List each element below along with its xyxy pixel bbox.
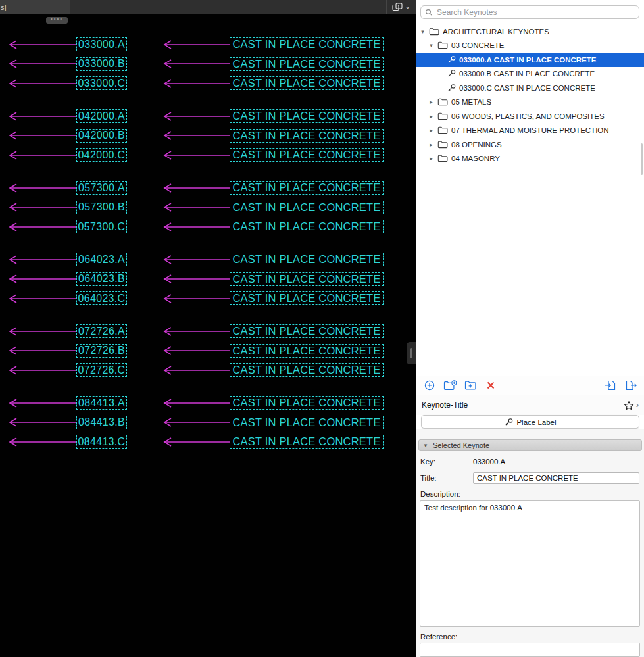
folder-icon bbox=[437, 41, 448, 49]
leader-line bbox=[8, 222, 76, 232]
new-folder-button[interactable] bbox=[443, 378, 457, 393]
leader-line bbox=[162, 130, 230, 141]
leader-line bbox=[8, 150, 76, 160]
keynote-row: 064023.CCAST IN PLACE CONCRETE bbox=[0, 291, 416, 305]
tree-keynote-033000-c-cast-in-place-concrete[interactable]: 033000.C CAST IN PLACE CONCRETE bbox=[416, 81, 644, 95]
add-keynote-button[interactable] bbox=[422, 378, 437, 393]
tree-keynote-033000-a-cast-in-place-concrete[interactable]: 033000.A CAST IN PLACE CONCRETE bbox=[416, 53, 644, 67]
keynote-key-box[interactable]: 064023.B bbox=[76, 272, 127, 286]
keynote-title-box[interactable]: CAST IN PLACE CONCRETE bbox=[230, 291, 384, 305]
keynote-tree: ▾ARCHITECTURAL KEYNOTES▾03 CONCRETE03300… bbox=[416, 23, 644, 376]
key-label: Key: bbox=[420, 458, 473, 466]
keynote-key-box[interactable]: 072726.A bbox=[76, 324, 127, 338]
keynote-key-box[interactable]: 072726.B bbox=[76, 344, 127, 358]
keynote-title-box[interactable]: CAST IN PLACE CONCRETE bbox=[230, 324, 384, 338]
keynote-title-box[interactable]: CAST IN PLACE CONCRETE bbox=[230, 76, 384, 90]
tree-folder-08-openings[interactable]: ▸08 OPENINGS bbox=[416, 137, 644, 152]
panel-splitter-handle[interactable] bbox=[407, 342, 416, 364]
keynote-title-box[interactable]: CAST IN PLACE CONCRETE bbox=[230, 109, 384, 123]
disclosure-triangle[interactable]: ▸ bbox=[428, 99, 434, 105]
toolbar-handle[interactable]: •••• bbox=[46, 17, 68, 24]
reference-textarea[interactable] bbox=[420, 643, 640, 657]
keynote-title-box[interactable]: CAST IN PLACE CONCRETE bbox=[230, 37, 384, 51]
keynote-group: 042000.ACAST IN PLACE CONCRETE042000.BCA… bbox=[0, 109, 416, 162]
keynote-title-box[interactable]: CAST IN PLACE CONCRETE bbox=[230, 363, 384, 377]
import-keynotes-button[interactable] bbox=[603, 378, 618, 393]
tree-folder-06-woods-plastics-and-composites[interactable]: ▸06 WOODS, PLASTICS, AND COMPOSITES bbox=[416, 109, 644, 124]
keynote-key-box[interactable]: 084413.C bbox=[76, 435, 127, 449]
keynote-title-box[interactable]: CAST IN PLACE CONCRETE bbox=[230, 201, 384, 214]
keynote-row: 064023.BCAST IN PLACE CONCRETE bbox=[0, 272, 416, 286]
leader-line bbox=[162, 78, 230, 89]
keynote-key-box[interactable]: 064023.A bbox=[76, 253, 127, 266]
delete-x-icon bbox=[485, 380, 496, 391]
leader-line bbox=[8, 202, 76, 212]
keynote-title-box[interactable]: CAST IN PLACE CONCRETE bbox=[230, 435, 384, 449]
star-icon[interactable] bbox=[624, 401, 634, 410]
export-keynotes-button[interactable] bbox=[624, 378, 638, 393]
keynote-title-box[interactable]: CAST IN PLACE CONCRETE bbox=[230, 272, 384, 286]
keynote-title-box[interactable]: CAST IN PLACE CONCRETE bbox=[230, 57, 384, 71]
leader-line bbox=[8, 78, 76, 89]
keynote-title-box[interactable]: CAST IN PLACE CONCRETE bbox=[230, 129, 384, 143]
layers-icon bbox=[392, 3, 403, 11]
leader-line bbox=[8, 255, 76, 265]
drawing-canvas[interactable]: 033000.ACAST IN PLACE CONCRETE033000.BCA… bbox=[0, 14, 416, 657]
keynote-key-box[interactable]: 033000.B bbox=[76, 57, 127, 71]
keynote-row: 033000.BCAST IN PLACE CONCRETE bbox=[0, 57, 416, 71]
disclosure-triangle[interactable]: ▾ bbox=[420, 28, 426, 35]
keynote-title-label: Keynote-Title bbox=[422, 401, 468, 410]
leader-line bbox=[162, 255, 230, 265]
selected-keynote-section: ▼ Selected Keynote Key: 033000.A Title: … bbox=[416, 429, 644, 657]
keynote-key-box[interactable]: 033000.C bbox=[76, 76, 127, 90]
selected-keynote-header[interactable]: ▼ Selected Keynote bbox=[418, 439, 642, 451]
keynote-key-box[interactable]: 084413.B bbox=[76, 416, 127, 429]
keynote-title-box[interactable]: CAST IN PLACE CONCRETE bbox=[230, 220, 384, 233]
keynote-key-box[interactable]: 033000.A bbox=[76, 37, 127, 51]
disclosure-triangle[interactable]: ▸ bbox=[428, 127, 434, 134]
keynote-toolbar bbox=[416, 376, 644, 395]
title-input[interactable] bbox=[473, 472, 639, 484]
canvas-topbar: s] ⌄ bbox=[0, 0, 416, 14]
leader-line bbox=[162, 111, 230, 122]
keynote-title-box[interactable]: CAST IN PLACE CONCRETE bbox=[230, 253, 384, 266]
view-options-button[interactable]: ⌄ bbox=[386, 0, 416, 14]
keynote-key-box[interactable]: 057300.A bbox=[76, 181, 127, 195]
tree-folder-05-metals[interactable]: ▸05 METALS bbox=[416, 95, 644, 110]
disclosure-triangle[interactable]: ▸ bbox=[428, 155, 434, 162]
leader-line bbox=[162, 39, 230, 50]
tree-folder-03-concrete[interactable]: ▾03 CONCRETE bbox=[416, 39, 644, 53]
new-group-button[interactable] bbox=[463, 378, 478, 393]
search-input[interactable] bbox=[435, 7, 635, 18]
tree-folder-07-thermal-and-moisture-protection[interactable]: ▸07 THERMAL AND MOISTURE PROTECTION bbox=[416, 124, 644, 138]
tree-keynote-033000-b-cast-in-place-concrete[interactable]: 033000.B CAST IN PLACE CONCRETE bbox=[416, 67, 644, 82]
keynote-key-box[interactable]: 042000.A bbox=[76, 109, 127, 123]
disclosure-triangle[interactable]: ▾ bbox=[428, 42, 434, 49]
keynote-title-box[interactable]: CAST IN PLACE CONCRETE bbox=[230, 396, 384, 410]
keynote-title-box[interactable]: CAST IN PLACE CONCRETE bbox=[230, 416, 384, 429]
keynote-title-box[interactable]: CAST IN PLACE CONCRETE bbox=[230, 148, 384, 162]
delete-keynote-button[interactable] bbox=[483, 378, 498, 393]
disclosure-triangle[interactable]: ▸ bbox=[428, 113, 434, 120]
splitter-grip bbox=[410, 348, 412, 358]
keynote-title-box[interactable]: CAST IN PLACE CONCRETE bbox=[230, 344, 384, 358]
keynote-key-box[interactable]: 064023.C bbox=[76, 291, 127, 305]
view-tab[interactable]: s] bbox=[0, 0, 70, 14]
keynote-key-box[interactable]: 084413.A bbox=[76, 396, 127, 410]
place-label-button[interactable]: Place Label bbox=[421, 415, 639, 429]
chevron-right-icon[interactable]: › bbox=[636, 401, 639, 409]
tree-scrollbar-thumb[interactable] bbox=[641, 143, 643, 175]
keynote-key-box[interactable]: 057300.C bbox=[76, 220, 127, 233]
leader-line bbox=[162, 274, 230, 284]
keynote-title-box[interactable]: CAST IN PLACE CONCRETE bbox=[230, 181, 384, 195]
keynote-key-box[interactable]: 042000.B bbox=[76, 129, 127, 143]
tree-item-label: 03 CONCRETE bbox=[451, 41, 505, 49]
keynote-key-box[interactable]: 057300.B bbox=[76, 201, 127, 214]
leader-line bbox=[8, 111, 76, 122]
keynote-key-box[interactable]: 042000.C bbox=[76, 148, 127, 162]
tree-folder-04-masonry[interactable]: ▸04 MASONRY bbox=[416, 152, 644, 166]
keynote-key-box[interactable]: 072726.C bbox=[76, 363, 127, 377]
description-textarea[interactable]: Test description for 033000.A bbox=[420, 500, 640, 627]
disclosure-triangle[interactable]: ▸ bbox=[428, 141, 434, 148]
tree-folder-architectural-keynotes[interactable]: ▾ARCHITECTURAL KEYNOTES bbox=[416, 24, 644, 39]
